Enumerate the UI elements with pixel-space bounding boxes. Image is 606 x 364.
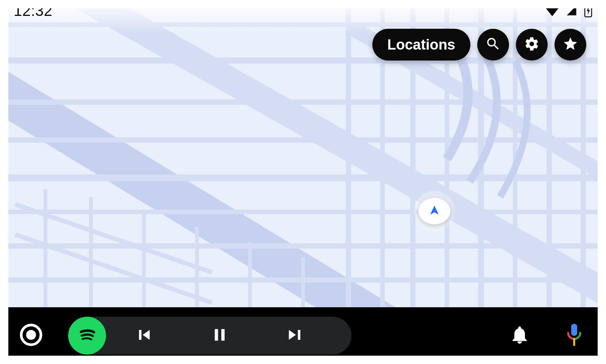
media-controls — [68, 317, 351, 355]
search-button[interactable] — [477, 29, 509, 61]
battery-charging-icon — [584, 4, 592, 17]
status-time: 12:32 — [14, 2, 53, 19]
skip-next-icon — [286, 325, 305, 346]
google-mic-icon — [564, 323, 585, 348]
gear-icon — [524, 36, 540, 53]
svg-rect-33 — [571, 324, 577, 336]
spotify-icon — [75, 323, 99, 348]
notifications-button[interactable] — [506, 322, 533, 349]
app-launcher-button[interactable] — [18, 323, 44, 348]
media-app-button[interactable] — [68, 317, 106, 355]
svg-rect-29 — [587, 4, 590, 5]
map-toolbar: Locations — [372, 29, 586, 61]
bell-icon — [509, 324, 530, 347]
status-bar: 12:32 — [0, 0, 606, 21]
system-navbar — [0, 307, 606, 364]
star-icon — [562, 36, 578, 53]
launcher-icon — [19, 323, 43, 348]
assistant-button[interactable] — [561, 322, 588, 349]
locations-button[interactable]: Locations — [372, 29, 470, 61]
previous-track-button[interactable] — [106, 317, 182, 355]
skip-previous-icon — [134, 325, 154, 346]
navigation-arrow-icon — [428, 204, 441, 218]
settings-button[interactable] — [516, 29, 548, 61]
play-pause-button[interactable] — [182, 317, 258, 355]
pause-icon — [210, 325, 230, 346]
favorites-button[interactable] — [554, 29, 586, 61]
next-track-button[interactable] — [258, 317, 333, 355]
search-icon — [485, 36, 501, 53]
location-marker[interactable] — [419, 195, 450, 227]
wifi-icon — [545, 5, 559, 16]
svg-point-31 — [26, 330, 36, 340]
cell-icon — [565, 5, 578, 16]
locations-label: Locations — [387, 37, 455, 53]
